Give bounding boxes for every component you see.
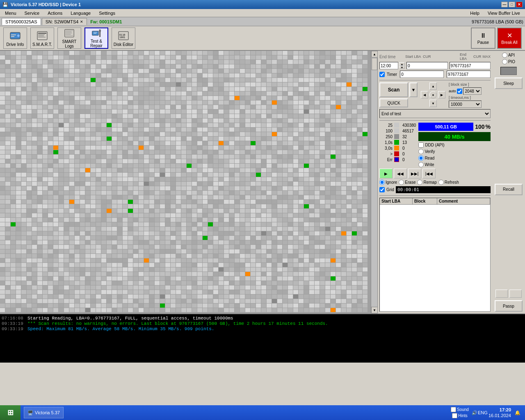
device-tab-2[interactable]: SN: S2W0MTS4 ✕: [42, 18, 87, 25]
timer-checkbox[interactable]: [379, 72, 385, 77]
menu-item-language[interactable]: Language: [67, 10, 94, 16]
end-time-input[interactable]: [379, 62, 398, 69]
direction-cross: ▲ ◀ ● ▶ ▼: [421, 82, 445, 107]
speed-display: 40 MB/s: [418, 132, 491, 141]
scroll-thumb[interactable]: [372, 58, 377, 70]
pio-radio-label[interactable]: PIO: [502, 59, 515, 64]
hist-row-250: 250 32: [379, 134, 416, 139]
drive-info-button[interactable]: Drive Info: [3, 27, 27, 49]
scan-area: [0, 51, 371, 313]
firmware-info: Fw: 0001SDM1: [90, 19, 122, 24]
menu-item-view-buffer[interactable]: View Buffer Live: [484, 10, 523, 16]
menu-item-menu[interactable]: Menu: [2, 10, 20, 16]
quick-button[interactable]: QUICK: [379, 98, 408, 107]
api-radio-label[interactable]: API: [502, 52, 515, 58]
verify-radio-label[interactable]: Verify: [418, 149, 435, 154]
recall-button[interactable]: Recall: [495, 184, 523, 195]
pio-radio[interactable]: [502, 59, 507, 64]
passp-button[interactable]: Passp: [495, 300, 523, 312]
hints-checkbox[interactable]: [452, 413, 457, 418]
end-of-test-select[interactable]: End of test: [379, 109, 491, 118]
svg-text:1001: 1001: [119, 36, 126, 39]
sound-checkbox-label[interactable]: Sound: [451, 407, 469, 412]
end-lba2-input[interactable]: [447, 71, 491, 78]
disk-editor-button[interactable]: 0110 1001 Disk Editor: [112, 27, 135, 49]
time-up[interactable]: ▲: [399, 62, 405, 66]
smart-button[interactable]: S.M.A.R.T.: [30, 27, 54, 49]
scroll-up[interactable]: ▲: [371, 51, 378, 57]
scan-button[interactable]: Scan: [379, 82, 408, 97]
read-radio-row: Read: [418, 155, 491, 161]
scan-scrollbar: ▲ ▼: [371, 51, 377, 313]
start-lba-input[interactable]: [406, 62, 448, 69]
api-radio[interactable]: [502, 52, 507, 58]
step-button[interactable]: ▶▶|: [408, 169, 421, 178]
remap-radio-label[interactable]: Remap: [417, 180, 436, 185]
menu-item-settings[interactable]: Settings: [96, 10, 119, 16]
scan-dropdown[interactable]: ▼: [409, 82, 418, 97]
refresh-radio-label[interactable]: Refresh: [438, 180, 459, 185]
drive-info-icon: [9, 30, 21, 41]
dir-down[interactable]: ▼: [429, 100, 437, 107]
smart-icon: [37, 30, 48, 41]
grid-checkbox[interactable]: [379, 187, 385, 192]
notification-area[interactable]: 🔔: [514, 409, 522, 417]
taskbar-app-1[interactable]: 🖥️Victoria 5.37: [24, 407, 64, 418]
block-size-select[interactable]: 2048: [463, 87, 482, 95]
end-button[interactable]: |◀◀: [422, 169, 436, 178]
read-radio-label[interactable]: Read: [418, 155, 434, 161]
device-tab-1[interactable]: ST95000325AS: [2, 18, 41, 25]
dir-up[interactable]: ▲: [429, 82, 437, 90]
break-all-button[interactable]: ✕ Break All: [497, 27, 522, 49]
scroll-down[interactable]: ▼: [371, 307, 378, 313]
svg-rect-10: [66, 31, 73, 31]
end-lba-input[interactable]: [450, 62, 491, 69]
ddd-checkbox[interactable]: [418, 142, 424, 148]
sleep-button[interactable]: Sleep: [495, 78, 523, 89]
verify-radio[interactable]: [418, 149, 424, 154]
menu-item-actions[interactable]: Actions: [44, 10, 66, 16]
timer-value-input[interactable]: [400, 71, 444, 78]
smart-logs-button[interactable]: SMART Logs: [57, 27, 81, 49]
hints-checkbox-label[interactable]: Hints: [452, 413, 468, 418]
dir-right[interactable]: ▶: [438, 91, 445, 98]
refresh-radio[interactable]: [438, 180, 444, 185]
pause-button[interactable]: ⏸ Pause: [471, 27, 495, 49]
erase-radio[interactable]: [399, 180, 404, 185]
time-down[interactable]: ▼: [399, 66, 405, 69]
timeout-select[interactable]: 10000: [449, 100, 482, 108]
read-radio[interactable]: [418, 155, 424, 161]
drive-info-label: Drive Info: [7, 42, 24, 47]
play-button[interactable]: ▶: [379, 169, 393, 178]
ignore-radio[interactable]: [379, 180, 385, 185]
dir-left[interactable]: ◀: [421, 91, 428, 98]
rect-btn-1[interactable]: [495, 290, 508, 298]
dir-center[interactable]: ●: [429, 91, 437, 98]
hist-row-1s: 1,0s 13: [379, 140, 416, 145]
rewind-button[interactable]: ◀◀: [394, 169, 407, 178]
lba-header-row: End time Start LBA CUR End LBA CUR MAX: [379, 52, 491, 61]
write-radio[interactable]: [418, 162, 424, 167]
minimize-button[interactable]: —: [501, 2, 508, 7]
rect-btn-2[interactable]: [509, 290, 522, 298]
write-radio-label[interactable]: Write: [418, 162, 434, 167]
scroll-track[interactable]: [371, 57, 377, 307]
device-tab-2-close[interactable]: ✕: [80, 20, 83, 24]
auto-checkbox[interactable]: [457, 89, 462, 94]
erase-radio-label[interactable]: Erase: [399, 180, 415, 185]
sound-checkbox[interactable]: [451, 407, 456, 412]
maximize-button[interactable]: □: [509, 2, 515, 7]
ignore-radio-label[interactable]: Ignore: [379, 180, 397, 185]
menu-item-help[interactable]: Help: [467, 10, 483, 16]
start-button[interactable]: ⊞: [0, 405, 21, 420]
tray-icon-network[interactable]: 🔊: [471, 409, 478, 416]
tray-icon-lang[interactable]: ENG: [479, 409, 486, 416]
menu-item-service[interactable]: Service: [21, 10, 43, 16]
test-repair-button[interactable]: Test & Repair: [84, 27, 108, 49]
taskbar-right: Sound Hints 🔊 ENG 17:20 16.01.2024 🔔: [447, 407, 525, 419]
remap-radio[interactable]: [417, 180, 422, 185]
svg-rect-3: [11, 36, 14, 37]
close-button[interactable]: ✕: [516, 2, 523, 7]
api-pio-radios: API PIO: [502, 52, 515, 64]
svg-rect-7: [38, 36, 44, 36]
